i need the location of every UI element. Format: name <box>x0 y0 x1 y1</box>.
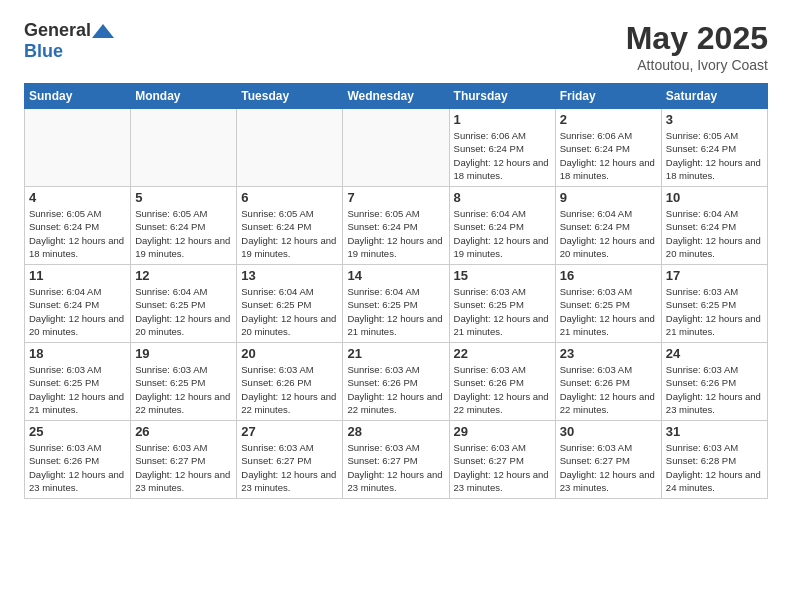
calendar-cell: 16Sunrise: 6:03 AM Sunset: 6:25 PM Dayli… <box>555 265 661 343</box>
logo-blue: Blue <box>24 41 63 61</box>
day-info: Sunrise: 6:03 AM Sunset: 6:26 PM Dayligh… <box>666 363 763 416</box>
calendar-cell: 23Sunrise: 6:03 AM Sunset: 6:26 PM Dayli… <box>555 343 661 421</box>
day-number: 20 <box>241 346 338 361</box>
day-info: Sunrise: 6:03 AM Sunset: 6:27 PM Dayligh… <box>135 441 232 494</box>
logo-icon <box>92 22 114 40</box>
day-info: Sunrise: 6:04 AM Sunset: 6:25 PM Dayligh… <box>347 285 444 338</box>
day-number: 11 <box>29 268 126 283</box>
calendar-cell: 22Sunrise: 6:03 AM Sunset: 6:26 PM Dayli… <box>449 343 555 421</box>
day-number: 16 <box>560 268 657 283</box>
day-number: 18 <box>29 346 126 361</box>
day-number: 21 <box>347 346 444 361</box>
logo: General Blue <box>24 20 115 62</box>
calendar-cell: 20Sunrise: 6:03 AM Sunset: 6:26 PM Dayli… <box>237 343 343 421</box>
calendar-cell <box>343 109 449 187</box>
day-info: Sunrise: 6:04 AM Sunset: 6:24 PM Dayligh… <box>560 207 657 260</box>
day-number: 10 <box>666 190 763 205</box>
calendar-cell: 26Sunrise: 6:03 AM Sunset: 6:27 PM Dayli… <box>131 421 237 499</box>
calendar-week-row: 4Sunrise: 6:05 AM Sunset: 6:24 PM Daylig… <box>25 187 768 265</box>
header-thursday: Thursday <box>449 84 555 109</box>
calendar-cell: 3Sunrise: 6:05 AM Sunset: 6:24 PM Daylig… <box>661 109 767 187</box>
calendar-cell: 25Sunrise: 6:03 AM Sunset: 6:26 PM Dayli… <box>25 421 131 499</box>
calendar-cell: 8Sunrise: 6:04 AM Sunset: 6:24 PM Daylig… <box>449 187 555 265</box>
day-number: 4 <box>29 190 126 205</box>
calendar-cell: 6Sunrise: 6:05 AM Sunset: 6:24 PM Daylig… <box>237 187 343 265</box>
day-number: 6 <box>241 190 338 205</box>
day-info: Sunrise: 6:05 AM Sunset: 6:24 PM Dayligh… <box>666 129 763 182</box>
calendar-cell <box>237 109 343 187</box>
day-number: 2 <box>560 112 657 127</box>
day-info: Sunrise: 6:03 AM Sunset: 6:27 PM Dayligh… <box>454 441 551 494</box>
day-number: 29 <box>454 424 551 439</box>
day-info: Sunrise: 6:04 AM Sunset: 6:24 PM Dayligh… <box>454 207 551 260</box>
header: General Blue May 2025 Attoutou, Ivory Co… <box>24 20 768 73</box>
day-number: 22 <box>454 346 551 361</box>
day-info: Sunrise: 6:05 AM Sunset: 6:24 PM Dayligh… <box>135 207 232 260</box>
day-info: Sunrise: 6:03 AM Sunset: 6:27 PM Dayligh… <box>347 441 444 494</box>
calendar-week-row: 1Sunrise: 6:06 AM Sunset: 6:24 PM Daylig… <box>25 109 768 187</box>
title-area: May 2025 Attoutou, Ivory Coast <box>626 20 768 73</box>
day-info: Sunrise: 6:03 AM Sunset: 6:26 PM Dayligh… <box>29 441 126 494</box>
day-number: 8 <box>454 190 551 205</box>
logo-text: General <box>24 20 115 41</box>
calendar-cell: 12Sunrise: 6:04 AM Sunset: 6:25 PM Dayli… <box>131 265 237 343</box>
day-number: 9 <box>560 190 657 205</box>
header-saturday: Saturday <box>661 84 767 109</box>
day-info: Sunrise: 6:05 AM Sunset: 6:24 PM Dayligh… <box>347 207 444 260</box>
weekday-header-row: Sunday Monday Tuesday Wednesday Thursday… <box>25 84 768 109</box>
day-info: Sunrise: 6:03 AM Sunset: 6:25 PM Dayligh… <box>135 363 232 416</box>
calendar-subtitle: Attoutou, Ivory Coast <box>626 57 768 73</box>
day-number: 5 <box>135 190 232 205</box>
calendar-cell: 21Sunrise: 6:03 AM Sunset: 6:26 PM Dayli… <box>343 343 449 421</box>
day-number: 24 <box>666 346 763 361</box>
calendar-cell: 31Sunrise: 6:03 AM Sunset: 6:28 PM Dayli… <box>661 421 767 499</box>
calendar-cell: 5Sunrise: 6:05 AM Sunset: 6:24 PM Daylig… <box>131 187 237 265</box>
day-info: Sunrise: 6:03 AM Sunset: 6:26 PM Dayligh… <box>560 363 657 416</box>
calendar-cell: 4Sunrise: 6:05 AM Sunset: 6:24 PM Daylig… <box>25 187 131 265</box>
page: General Blue May 2025 Attoutou, Ivory Co… <box>0 0 792 612</box>
calendar-cell: 2Sunrise: 6:06 AM Sunset: 6:24 PM Daylig… <box>555 109 661 187</box>
calendar-cell: 29Sunrise: 6:03 AM Sunset: 6:27 PM Dayli… <box>449 421 555 499</box>
day-number: 17 <box>666 268 763 283</box>
calendar-cell: 13Sunrise: 6:04 AM Sunset: 6:25 PM Dayli… <box>237 265 343 343</box>
calendar-cell: 28Sunrise: 6:03 AM Sunset: 6:27 PM Dayli… <box>343 421 449 499</box>
header-friday: Friday <box>555 84 661 109</box>
day-number: 28 <box>347 424 444 439</box>
logo-blue-text: Blue <box>24 41 63 62</box>
calendar-cell: 30Sunrise: 6:03 AM Sunset: 6:27 PM Dayli… <box>555 421 661 499</box>
day-info: Sunrise: 6:03 AM Sunset: 6:27 PM Dayligh… <box>241 441 338 494</box>
day-info: Sunrise: 6:03 AM Sunset: 6:25 PM Dayligh… <box>29 363 126 416</box>
day-number: 13 <box>241 268 338 283</box>
day-number: 30 <box>560 424 657 439</box>
calendar-week-row: 25Sunrise: 6:03 AM Sunset: 6:26 PM Dayli… <box>25 421 768 499</box>
day-info: Sunrise: 6:03 AM Sunset: 6:25 PM Dayligh… <box>666 285 763 338</box>
day-info: Sunrise: 6:03 AM Sunset: 6:26 PM Dayligh… <box>347 363 444 416</box>
day-info: Sunrise: 6:03 AM Sunset: 6:25 PM Dayligh… <box>454 285 551 338</box>
day-info: Sunrise: 6:03 AM Sunset: 6:26 PM Dayligh… <box>241 363 338 416</box>
day-info: Sunrise: 6:06 AM Sunset: 6:24 PM Dayligh… <box>454 129 551 182</box>
calendar-cell <box>25 109 131 187</box>
day-info: Sunrise: 6:05 AM Sunset: 6:24 PM Dayligh… <box>241 207 338 260</box>
day-number: 7 <box>347 190 444 205</box>
day-number: 27 <box>241 424 338 439</box>
day-number: 25 <box>29 424 126 439</box>
calendar-cell: 24Sunrise: 6:03 AM Sunset: 6:26 PM Dayli… <box>661 343 767 421</box>
day-info: Sunrise: 6:06 AM Sunset: 6:24 PM Dayligh… <box>560 129 657 182</box>
svg-marker-0 <box>92 24 114 38</box>
calendar-cell: 15Sunrise: 6:03 AM Sunset: 6:25 PM Dayli… <box>449 265 555 343</box>
day-number: 15 <box>454 268 551 283</box>
day-number: 23 <box>560 346 657 361</box>
calendar-cell: 10Sunrise: 6:04 AM Sunset: 6:24 PM Dayli… <box>661 187 767 265</box>
calendar-cell: 7Sunrise: 6:05 AM Sunset: 6:24 PM Daylig… <box>343 187 449 265</box>
day-number: 12 <box>135 268 232 283</box>
calendar-cell: 11Sunrise: 6:04 AM Sunset: 6:24 PM Dayli… <box>25 265 131 343</box>
calendar-cell <box>131 109 237 187</box>
day-info: Sunrise: 6:03 AM Sunset: 6:26 PM Dayligh… <box>454 363 551 416</box>
calendar-table: Sunday Monday Tuesday Wednesday Thursday… <box>24 83 768 499</box>
calendar-title: May 2025 <box>626 20 768 57</box>
calendar-cell: 9Sunrise: 6:04 AM Sunset: 6:24 PM Daylig… <box>555 187 661 265</box>
day-info: Sunrise: 6:04 AM Sunset: 6:25 PM Dayligh… <box>135 285 232 338</box>
day-number: 31 <box>666 424 763 439</box>
calendar-cell: 1Sunrise: 6:06 AM Sunset: 6:24 PM Daylig… <box>449 109 555 187</box>
day-number: 1 <box>454 112 551 127</box>
